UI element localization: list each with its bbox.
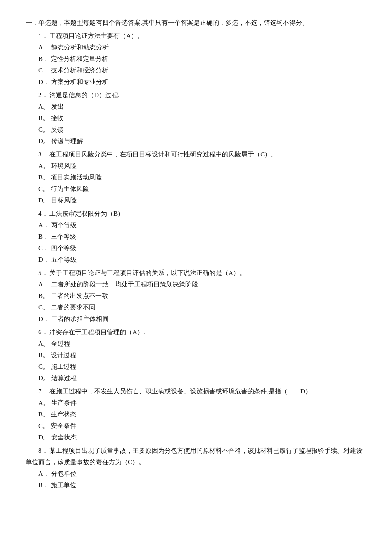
q4-option-c: C． 四个等级 xyxy=(38,243,366,254)
q5-text: 关于工程项目论证与工程项目评估的关系，以下说法正确的是（A）。 xyxy=(49,269,246,276)
question-8: 8． 某工程项目出现了质量事故，主要原因为分包方使用的原材料不合格，该批材料已履… xyxy=(26,445,366,468)
q8-number: 8． xyxy=(38,447,48,454)
question-6: 6． 冲突存在于工程项目管理的（A）. xyxy=(26,327,366,338)
q7-number: 7． xyxy=(38,388,48,395)
q5-number: 5． xyxy=(38,269,48,276)
q3-number: 3． xyxy=(38,151,48,158)
q1-option-d: D． 方案分析和专业分析 xyxy=(38,76,366,88)
question-7: 7． 在施工过程中，不发生人员伤亡、职业病或设备、设施损害或环境危害的条件,是指… xyxy=(26,386,366,397)
q4-option-d: D． 五个等级 xyxy=(38,254,366,266)
q3-option-c: C。 行为主体风险 xyxy=(38,183,366,195)
question-1: 1． 工程项目论证方法主要有（A）。 xyxy=(26,30,366,42)
q2-option-a: A。 发出 xyxy=(38,101,366,113)
section-title: 一，单选题，本题型每题有四个备选答案,其中只有一个答案是正确的，多选，不选，错选… xyxy=(26,17,366,29)
q8-option-b: B． 施工单位 xyxy=(38,480,366,491)
q2-number: 2． xyxy=(38,92,48,98)
q4-option-b: B． 三个等级 xyxy=(38,231,366,243)
q8-text: 某工程项目出现了质量事故，主要原因为分包方使用的原材料不合格，该批材料已履行了监… xyxy=(26,447,363,465)
q5-option-a: A． 二者所处的阶段一致，均处于工程项目策划决策阶段 xyxy=(38,279,366,290)
q7-option-b: B。 生产状态 xyxy=(38,409,366,420)
question-4: 4． 工法按审定权限分为（B） xyxy=(26,208,366,220)
q3-option-a: A。 环境风险 xyxy=(38,160,366,172)
q8-option-a: A． 分包单位 xyxy=(38,468,366,480)
q4-number: 4． xyxy=(38,210,48,217)
q3-option-d: D。 目标风险 xyxy=(38,195,366,206)
q6-option-a: A。 全过程 xyxy=(38,338,366,350)
question-5: 5． 关于工程项目论证与工程项目评估的关系，以下说法正确的是（A）。 xyxy=(26,267,366,279)
q1-text: 工程项目论证方法主要有（A）。 xyxy=(49,32,144,39)
question-3: 3． 在工程项目风险分类中，在项目目标设计和可行性研究过程中的风险属于（C）。 xyxy=(26,149,366,160)
q5-option-b: B。 二者的出发点不一致 xyxy=(38,290,366,302)
q6-text: 冲突存在于工程项目管理的（A）. xyxy=(49,329,145,335)
q7-text: 在施工过程中，不发生人员伤亡、职业病或设备、设施损害或环境危害的条件,是指（ D… xyxy=(49,388,313,395)
q7-option-a: A。 生产条件 xyxy=(38,397,366,409)
q6-number: 6． xyxy=(38,329,48,335)
q2-option-b: B。 接收 xyxy=(38,113,366,124)
q2-option-d: D。 传递与理解 xyxy=(38,136,366,147)
q5-option-d: D． 二者的承担主体相同 xyxy=(38,313,366,325)
q4-text: 工法按审定权限分为（B） xyxy=(49,210,124,217)
q6-option-b: B。 设计过程 xyxy=(38,350,366,361)
q2-text: 沟通是信息的（D）过程. xyxy=(49,92,120,98)
q1-option-b: B． 定性分析和定量分析 xyxy=(38,53,366,65)
q6-option-d: D。 结算过程 xyxy=(38,373,366,384)
q2-option-c: C。 反馈 xyxy=(38,124,366,136)
q3-text: 在工程项目风险分类中，在项目目标设计和可行性研究过程中的风险属于（C）。 xyxy=(49,151,277,158)
q4-option-a: A． 两个等级 xyxy=(38,220,366,231)
q6-option-c: C。 施工过程 xyxy=(38,361,366,373)
question-2: 2． 沟通是信息的（D）过程. xyxy=(26,90,366,101)
q1-number: 1． xyxy=(38,32,48,39)
main-content: 一，单选题，本题型每题有四个备选答案,其中只有一个答案是正确的，多选，不选，错选… xyxy=(26,17,366,491)
q7-option-d: D。 安全状态 xyxy=(38,432,366,443)
q5-option-c: C。 二者的要求不同 xyxy=(38,302,366,313)
q1-option-c: C． 技术分析和经济分析 xyxy=(38,65,366,76)
q7-option-c: C。 安全条件 xyxy=(38,420,366,432)
q3-option-b: B。 项目实施活动风险 xyxy=(38,172,366,183)
q1-option-a: A． 静态分析和动态分析 xyxy=(38,42,366,53)
